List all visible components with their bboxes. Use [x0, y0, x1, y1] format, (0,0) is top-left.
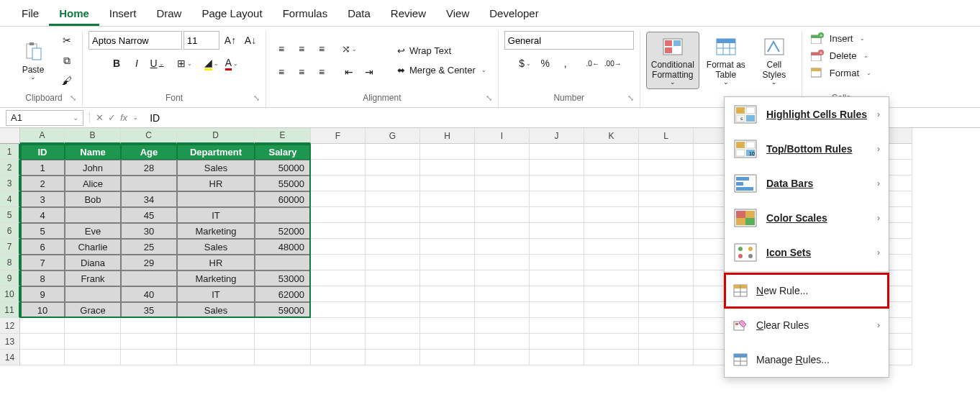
bold-button[interactable]: B: [107, 54, 126, 73]
row-header[interactable]: 8: [0, 255, 20, 270]
cell[interactable]: [311, 176, 366, 191]
cell[interactable]: [366, 160, 420, 176]
align-top-button[interactable]: ≡: [272, 40, 291, 58]
cell[interactable]: [530, 144, 584, 160]
cell[interactable]: [584, 176, 639, 191]
cell[interactable]: 6: [20, 239, 65, 255]
cell[interactable]: IT: [177, 207, 255, 223]
cell[interactable]: [366, 191, 420, 207]
number-format-select[interactable]: [504, 31, 634, 50]
cell[interactable]: [177, 191, 255, 207]
cell[interactable]: [420, 160, 475, 176]
col-header[interactable]: F: [311, 128, 366, 144]
cell[interactable]: [65, 286, 121, 302]
col-header[interactable]: C: [121, 128, 177, 144]
cancel-formula-icon[interactable]: ✕: [96, 112, 104, 123]
decrease-font-button[interactable]: A↓: [241, 31, 260, 50]
cell[interactable]: 7: [20, 255, 65, 270]
row-header[interactable]: 14: [0, 350, 20, 365]
cell[interactable]: [177, 334, 255, 350]
row-header[interactable]: 9: [0, 270, 20, 286]
cell[interactable]: Sales: [177, 239, 255, 255]
cell[interactable]: Diana: [65, 255, 121, 270]
comma-button[interactable]: ,: [556, 54, 575, 73]
cell[interactable]: 4: [20, 207, 65, 223]
cell[interactable]: [255, 318, 311, 334]
name-box[interactable]: A1 ⌄: [6, 110, 83, 126]
col-header[interactable]: B: [65, 128, 121, 144]
cell[interactable]: 30: [121, 223, 177, 239]
cell[interactable]: [121, 334, 177, 350]
cell[interactable]: [366, 255, 420, 270]
format-painter-button[interactable]: 🖌: [58, 71, 76, 90]
number-launcher[interactable]: ⤡: [627, 94, 634, 103]
cell[interactable]: [311, 160, 366, 176]
cell[interactable]: [366, 207, 420, 223]
decrease-indent-button[interactable]: ⇤: [340, 63, 358, 81]
cell[interactable]: [366, 286, 420, 302]
cell[interactable]: [65, 350, 121, 365]
cell[interactable]: [420, 255, 475, 270]
cell[interactable]: [584, 223, 639, 239]
tab-insert[interactable]: Insert: [99, 3, 147, 26]
cell[interactable]: [639, 239, 694, 255]
cell[interactable]: [530, 350, 584, 365]
row-header[interactable]: 7: [0, 239, 20, 255]
orientation-button[interactable]: ⤭⌄: [340, 40, 358, 58]
row-header[interactable]: 1: [0, 144, 20, 160]
cell[interactable]: 52000: [255, 223, 311, 239]
cf-top-bottom-rules[interactable]: 10 Top/Bottom Rules ›: [725, 132, 889, 166]
cell[interactable]: [311, 318, 366, 334]
cell[interactable]: [420, 270, 475, 286]
cell[interactable]: Alice: [65, 176, 121, 191]
cell[interactable]: Sales: [177, 160, 255, 176]
cell[interactable]: [475, 318, 530, 334]
cell[interactable]: [366, 176, 420, 191]
cell[interactable]: Marketing: [177, 223, 255, 239]
increase-font-button[interactable]: A↑: [221, 31, 240, 50]
cell[interactable]: 45: [121, 207, 177, 223]
font-name-select[interactable]: [89, 31, 182, 50]
col-header[interactable]: J: [530, 128, 584, 144]
cell[interactable]: 25: [121, 239, 177, 255]
cut-button[interactable]: ✂: [58, 31, 76, 50]
cell[interactable]: [584, 286, 639, 302]
align-bottom-button[interactable]: ≡: [312, 40, 331, 58]
cell[interactable]: ID: [20, 144, 65, 160]
cell[interactable]: [177, 350, 255, 365]
cell[interactable]: [530, 302, 584, 318]
cell[interactable]: 35: [121, 302, 177, 318]
cell[interactable]: [584, 255, 639, 270]
cell[interactable]: [530, 334, 584, 350]
cell[interactable]: [420, 176, 475, 191]
cell[interactable]: Frank: [65, 270, 121, 286]
cell[interactable]: 60000: [255, 191, 311, 207]
col-header[interactable]: D: [177, 128, 255, 144]
copy-button[interactable]: ⧉: [58, 51, 76, 70]
row-header[interactable]: 4: [0, 191, 20, 207]
row-header[interactable]: 12: [0, 318, 20, 334]
cell[interactable]: [584, 270, 639, 286]
increase-decimal-button[interactable]: .0←: [584, 54, 602, 73]
accounting-button[interactable]: $⌄: [516, 54, 535, 73]
cell[interactable]: [121, 270, 177, 286]
cell[interactable]: IT: [177, 286, 255, 302]
cell[interactable]: Marketing: [177, 270, 255, 286]
insert-cells-button[interactable]: + Insert ⌄: [808, 31, 868, 45]
tab-view[interactable]: View: [436, 3, 479, 26]
cell[interactable]: 10: [20, 302, 65, 318]
align-center-button[interactable]: ≡: [292, 63, 311, 81]
cell[interactable]: [530, 286, 584, 302]
cell[interactable]: [311, 223, 366, 239]
cell[interactable]: Age: [121, 144, 177, 160]
align-right-button[interactable]: ≡: [312, 63, 331, 81]
cell[interactable]: [255, 207, 311, 223]
col-header[interactable]: H: [420, 128, 475, 144]
cell[interactable]: [177, 318, 255, 334]
cell[interactable]: [366, 270, 420, 286]
cell[interactable]: [366, 350, 420, 365]
cf-highlight-rules[interactable]: ≤ Highlight Cells Rules ›: [725, 97, 889, 132]
cell[interactable]: 1: [20, 160, 65, 176]
cell[interactable]: HR: [177, 255, 255, 270]
cell[interactable]: [530, 255, 584, 270]
